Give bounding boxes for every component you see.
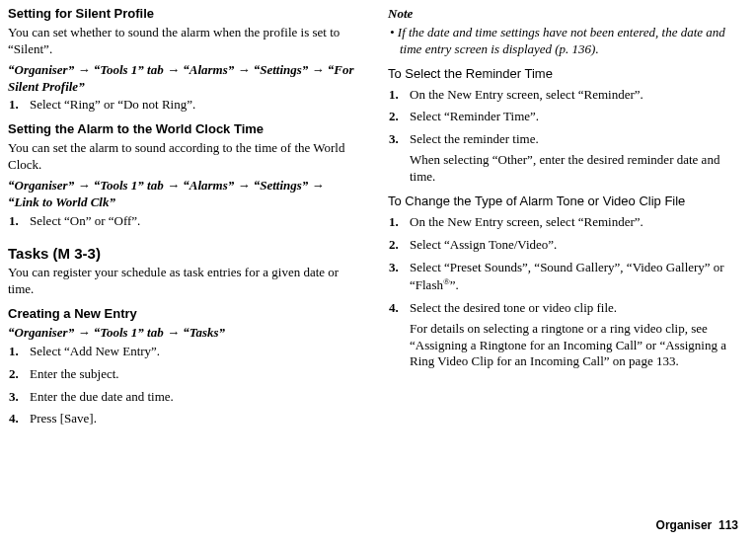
heading-alarm-tone: To Change the Type of Alarm Tone or Vide… xyxy=(388,194,738,210)
registered-mark: ® xyxy=(443,276,450,286)
steps-create-entry: Select “Add New Entry”. Enter the subjec… xyxy=(8,344,358,428)
step: Select “Ring” or “Do not Ring”. xyxy=(22,97,358,114)
body-silent-profile: You can set whether to sound the alarm w… xyxy=(8,25,358,58)
step: Select “Assign Tone/Video”. xyxy=(402,237,738,254)
footer-page-number: 113 xyxy=(718,518,738,532)
nav-path-silent: “Organiser” → “Tools 1” tab → “Alarms” →… xyxy=(8,62,358,96)
left-column: Setting for Silent Profile You can set w… xyxy=(8,6,358,435)
step: Select the reminder time. When selecting… xyxy=(402,131,738,186)
footer-label: Organiser xyxy=(656,518,713,532)
heading-world-clock: Setting the Alarm to the World Clock Tim… xyxy=(8,121,358,138)
steps-world-clock: Select “On” or “Off”. xyxy=(8,213,358,230)
nav-path-tasks: “Organiser” → “Tools 1” tab → “Tasks” xyxy=(8,325,358,342)
step: Enter the due date and time. xyxy=(22,389,358,406)
note-item: • If the date and time settings have not… xyxy=(388,25,738,58)
body-tasks: You can register your schedule as task e… xyxy=(8,265,358,298)
steps-silent: Select “Ring” or “Do not Ring”. xyxy=(8,97,358,114)
page-footer: Organiser 113 xyxy=(656,518,738,534)
steps-reminder: On the New Entry screen, select “Reminde… xyxy=(388,87,738,186)
step: Select “Add New Entry”. xyxy=(22,344,358,360)
steps-alarm-tone: On the New Entry screen, select “Reminde… xyxy=(388,214,738,370)
step: On the New Entry screen, select “Reminde… xyxy=(402,214,738,231)
note-label: Note xyxy=(388,6,738,23)
heading-tasks: Tasks (M 3-3) xyxy=(8,244,358,264)
step-detail: For details on selecting a ringtone or a… xyxy=(410,321,738,371)
step: On the New Entry screen, select “Reminde… xyxy=(402,87,738,104)
step-text: Select the reminder time. xyxy=(410,131,539,146)
body-world-clock: You can set the alarm to sound according… xyxy=(8,140,358,174)
heading-create-entry: Creating a New Entry xyxy=(8,306,358,323)
step-detail: When selecting “Other”, enter the desire… xyxy=(410,152,738,186)
step: Select “Preset Sounds”, “Sound Gallery”,… xyxy=(402,260,738,294)
step: Select “Reminder Time”. xyxy=(402,109,738,125)
heading-silent-profile: Setting for Silent Profile xyxy=(8,6,358,23)
step: Press [Save]. xyxy=(22,411,358,427)
step: Enter the subject. xyxy=(22,366,358,383)
right-column: Note • If the date and time settings hav… xyxy=(388,6,738,435)
step: Select the desired tone or video clip fi… xyxy=(402,300,738,371)
step: Select “On” or “Off”. xyxy=(22,213,358,230)
step-text-b: ”. xyxy=(450,277,459,292)
step-text: Select the desired tone or video clip fi… xyxy=(410,300,617,315)
nav-path-world-clock: “Organiser” → “Tools 1” tab → “Alarms” →… xyxy=(8,178,358,211)
heading-reminder-time: To Select the Reminder Time xyxy=(388,66,738,83)
